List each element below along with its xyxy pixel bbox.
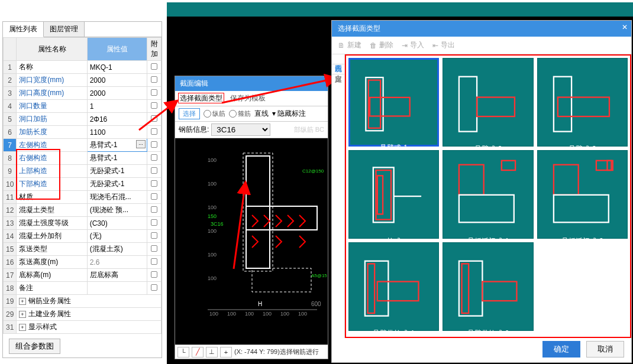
combo-param-button[interactable]: 组合参数图 bbox=[9, 339, 60, 354]
table-row[interactable]: 14混凝土外加剂(无) bbox=[4, 230, 162, 243]
dialog-close-icon[interactable]: ✕ bbox=[622, 23, 628, 31]
save-as-template-link[interactable]: 保存为模板 bbox=[230, 94, 266, 102]
svg-rect-45 bbox=[368, 264, 375, 313]
table-row[interactable]: 2洞口宽度(mm)2000 bbox=[4, 74, 162, 87]
table-row[interactable]: 1名称MKQ-1 bbox=[4, 61, 162, 74]
table-group-row[interactable]: 31+显示样式 bbox=[4, 321, 162, 334]
snap-plus-icon[interactable]: + bbox=[220, 347, 232, 358]
attr-value[interactable]: 悬臂式-1··· bbox=[87, 139, 147, 152]
table-row[interactable]: 12混凝土类型(现浇砼 预... bbox=[4, 204, 162, 217]
attr-value[interactable]: 现浇毛石混... bbox=[87, 191, 147, 204]
table-row[interactable]: 9上部构造无卧梁式-1 bbox=[4, 165, 162, 178]
table-row[interactable]: 11材质现浇毛石混... bbox=[4, 191, 162, 204]
section-type-card[interactable]: 柱式 bbox=[348, 150, 439, 239]
section-drawing[interactable]: 100100100 100100100 H 600 10010010010010… bbox=[175, 138, 328, 333]
table-row[interactable]: 6加筋长度1100 bbox=[4, 126, 162, 139]
svg-rect-48 bbox=[462, 264, 469, 313]
tab-properties[interactable]: 属性列表 bbox=[3, 22, 44, 37]
side-tab-builtin[interactable]: 系统内置 bbox=[332, 54, 344, 64]
row-number: 13 bbox=[4, 217, 17, 230]
table-row[interactable]: 16泵送高度(m)2.6 bbox=[4, 256, 162, 269]
snap-endpoint-icon[interactable]: └ bbox=[177, 347, 189, 358]
attr-value[interactable]: 无卧梁式-1 bbox=[87, 178, 147, 191]
attr-extra-checkbox[interactable] bbox=[147, 61, 162, 74]
attr-extra-checkbox[interactable] bbox=[147, 178, 162, 191]
section-type-card[interactable]: 悬臂带柱式-2 bbox=[443, 242, 533, 331]
table-group-row[interactable]: 19+钢筋业务属性 bbox=[4, 295, 162, 308]
table-row[interactable]: 10下部构造无卧梁式-1 bbox=[4, 178, 162, 191]
attr-extra-checkbox[interactable] bbox=[147, 256, 162, 269]
attr-extra-checkbox[interactable] bbox=[147, 152, 162, 165]
attr-extra-checkbox[interactable] bbox=[147, 165, 162, 178]
tool-export[interactable]: ⇤ 导出 bbox=[432, 40, 455, 50]
attr-value[interactable]: 1 bbox=[87, 100, 147, 113]
table-row[interactable]: 7左侧构造悬臂式-1··· bbox=[4, 139, 162, 152]
attr-value[interactable]: (无) bbox=[87, 230, 147, 243]
tool-hide-annot[interactable]: ▾ 隐藏标注 bbox=[272, 109, 306, 119]
cancel-button[interactable]: 取消 bbox=[586, 341, 624, 358]
attr-extra-checkbox[interactable] bbox=[147, 100, 162, 113]
attr-extra-checkbox[interactable] bbox=[147, 204, 162, 217]
table-group-row[interactable]: 29+土建业务属性 bbox=[4, 308, 162, 321]
section-type-card[interactable]: 悬臂式-1 bbox=[348, 58, 439, 147]
svg-rect-38 bbox=[459, 195, 514, 222]
attr-value[interactable]: 2.6 bbox=[87, 256, 147, 269]
svg-text:C12@150: C12@150 bbox=[302, 168, 324, 174]
section-type-card[interactable]: 悬臂式-2 bbox=[443, 58, 533, 147]
attr-value[interactable]: 1100 bbox=[87, 126, 147, 139]
table-row[interactable]: 15泵送类型(混凝土泵) bbox=[4, 243, 162, 256]
table-row[interactable]: 5洞口加筋2Φ16 bbox=[4, 113, 162, 126]
rebar-info-select[interactable]: 3C16 bbox=[211, 124, 270, 136]
attr-extra-checkbox[interactable] bbox=[147, 243, 162, 256]
section-edit-title: 截面编辑 bbox=[175, 76, 328, 91]
side-tab-custom[interactable]: 自定义库 bbox=[332, 64, 344, 74]
tab-layers[interactable]: 图层管理 bbox=[44, 22, 85, 37]
attr-extra-checkbox[interactable] bbox=[147, 217, 162, 230]
tool-stirrup[interactable]: 箍筋 bbox=[229, 109, 251, 118]
tool-import[interactable]: ⇥ 导入 bbox=[402, 40, 424, 50]
attr-value[interactable]: 2Φ16 bbox=[87, 113, 147, 126]
attr-value[interactable]: 2000 bbox=[87, 74, 147, 87]
attr-extra-checkbox[interactable] bbox=[147, 87, 162, 100]
table-row[interactable]: 8右侧构造悬臂式-1 bbox=[4, 152, 162, 165]
attr-extra-checkbox[interactable] bbox=[147, 139, 162, 152]
section-type-card[interactable]: 悬臂带柱式-1 bbox=[348, 242, 439, 331]
ok-button[interactable]: 确定 bbox=[542, 341, 580, 358]
attr-extra-checkbox[interactable] bbox=[147, 269, 162, 282]
attr-extra-checkbox[interactable] bbox=[147, 126, 162, 139]
attr-extra-checkbox[interactable] bbox=[147, 230, 162, 243]
row-number: 4 bbox=[4, 100, 17, 113]
tool-line[interactable]: 直线 bbox=[254, 109, 269, 119]
section-type-card[interactable]: 悬臂式-3 bbox=[537, 58, 628, 147]
table-row[interactable]: 18备注 bbox=[4, 282, 162, 295]
table-row[interactable]: 17底标高(m)层底标高 bbox=[4, 269, 162, 282]
tool-new[interactable]: 🗎 新建 bbox=[338, 40, 361, 50]
attr-extra-checkbox[interactable] bbox=[147, 191, 162, 204]
value-editor-button[interactable]: ··· bbox=[136, 140, 146, 148]
attr-value[interactable] bbox=[87, 282, 147, 295]
snap-perp-icon[interactable]: ⊥ bbox=[206, 347, 218, 358]
tool-delete[interactable]: 🗑 删除 bbox=[370, 40, 393, 50]
tool-longbar[interactable]: 纵筋 bbox=[204, 109, 225, 118]
attr-value[interactable]: MKQ-1 bbox=[87, 61, 147, 74]
section-type-card[interactable]: 悬板活门式-2 bbox=[537, 150, 628, 239]
attr-value[interactable]: 悬臂式-1 bbox=[87, 152, 147, 165]
attr-extra-checkbox[interactable] bbox=[147, 113, 162, 126]
attr-name: 底标高(m) bbox=[17, 269, 87, 282]
section-type-card[interactable]: 悬板活门式-1 bbox=[443, 150, 533, 239]
attr-value[interactable]: 层底标高 bbox=[87, 269, 147, 282]
table-row[interactable]: 3洞口高度(mm)2000 bbox=[4, 87, 162, 100]
attr-extra-checkbox[interactable] bbox=[147, 282, 162, 295]
attr-name: 加筋长度 bbox=[17, 126, 87, 139]
attr-value[interactable]: 无卧梁式-1 bbox=[87, 165, 147, 178]
attr-value[interactable]: (现浇砼 预... bbox=[87, 204, 147, 217]
tool-select[interactable]: 选择 bbox=[179, 108, 200, 119]
attr-value[interactable]: 2000 bbox=[87, 87, 147, 100]
table-row[interactable]: 13混凝土强度等级(C30) bbox=[4, 217, 162, 230]
attr-extra-checkbox[interactable] bbox=[147, 74, 162, 87]
snap-line-icon[interactable]: ╱ bbox=[192, 347, 204, 358]
select-section-type-link[interactable]: 选择截面类型 bbox=[179, 93, 224, 103]
attr-value[interactable]: (C30) bbox=[87, 217, 147, 230]
table-row[interactable]: 4洞口数量1 bbox=[4, 100, 162, 113]
attr-value[interactable]: (混凝土泵) bbox=[87, 243, 147, 256]
